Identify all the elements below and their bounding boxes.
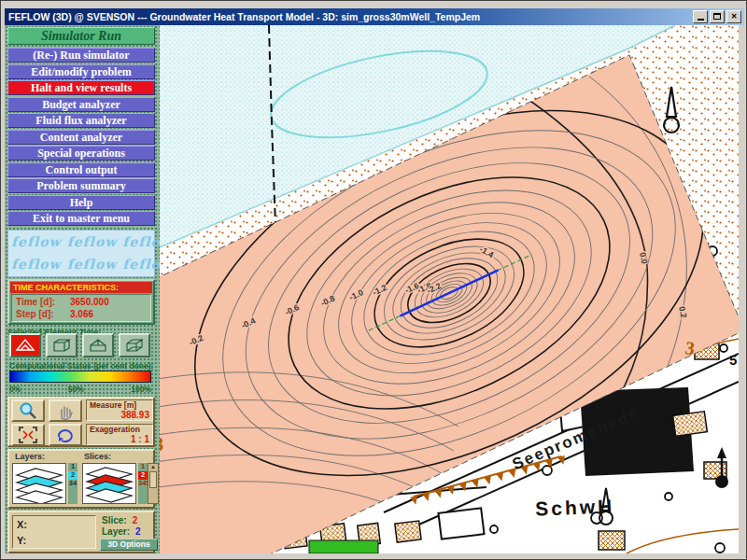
progress-colorbar <box>9 371 151 383</box>
frame-right <box>739 1 747 560</box>
hand-icon <box>56 401 75 420</box>
time-label: Time [d]: <box>16 296 70 308</box>
extents-icon <box>18 426 38 444</box>
watermark-word: feflow <box>67 234 118 249</box>
minimize-button[interactable] <box>693 10 708 23</box>
rotate-icon <box>55 426 76 444</box>
menu-item-fluid-flux[interactable]: Fluid flux analyzer <box>7 113 155 128</box>
prism6-icon <box>87 337 109 354</box>
watermark-word: feflow <box>11 257 62 272</box>
step-label: Step [d]: <box>16 308 70 320</box>
control-sidebar: Simulator Run (Re-) Run simulator Edit/m… <box>5 25 160 553</box>
feflow-window: FEFLOW (3D) @ SVENSON --- Groundwater He… <box>0 0 747 560</box>
time-characteristics-panel: TIME CHARACTERISTICS: Time [d]:3650.000 … <box>7 279 155 325</box>
window-title: FEFLOW (3D) @ SVENSON --- Groundwater He… <box>8 11 480 22</box>
slices-label: Slices: <box>84 452 111 461</box>
map-view[interactable]: 0.0 0.2 -0.2-0.4-0.6-0.8-1.0-1.2-1.4-1.6… <box>160 25 739 553</box>
time-value: 3650.000 <box>70 296 109 308</box>
frame-bottom <box>1 553 747 560</box>
layers-preview[interactable] <box>12 463 66 504</box>
frame-top <box>1 1 747 8</box>
map-canvas[interactable]: 0.0 0.2 -0.2-0.4-0.6-0.8-1.0-1.2-1.4-1.6… <box>160 25 739 553</box>
scale-50: 50% <box>68 385 84 394</box>
layers-label: Layers: <box>15 452 45 461</box>
element-type-prism6-button[interactable] <box>82 333 114 357</box>
measure-label: Measure [m] <box>90 400 149 410</box>
place-label: SchwH <box>535 496 615 520</box>
coordinate-panel: X: Y: Slice:2 Layer:2 3D Options <box>7 511 155 553</box>
step-value: 3.066 <box>70 308 93 320</box>
layers-slices-panel: Layers: 1234 Slices: 12345 <box>7 449 155 509</box>
y-label: Y: <box>17 533 92 549</box>
cube-icon <box>50 337 73 354</box>
menu-item-control-output[interactable]: Control output <box>7 162 155 177</box>
3d-options-button[interactable]: 3D Options <box>100 539 158 551</box>
title-bar[interactable]: FEFLOW (3D) @ SVENSON --- Groundwater He… <box>5 8 744 25</box>
zoom-tool-button[interactable] <box>11 399 45 422</box>
menu-item-content-analyzer[interactable]: Content analyzer <box>7 130 155 145</box>
watermark-word: feflow <box>67 257 118 272</box>
element-type-cube-button[interactable] <box>46 333 78 357</box>
prism-icon <box>14 337 36 354</box>
element-type-panel: Selected Element Type: Computational Sta… <box>7 322 155 397</box>
scale-0: 0% <box>9 385 21 394</box>
element-type-prism-button[interactable] <box>9 333 41 357</box>
magnifier-icon <box>18 401 38 420</box>
feflow-watermark: feflowfeflowfeflowfeflow feflowfeflowfef… <box>7 230 155 277</box>
menu-item-special-ops[interactable]: Special operations <box>7 146 155 161</box>
menu-item-budget-analyzer[interactable]: Budget analyzer <box>7 97 155 112</box>
xy-readout: X: Y: <box>12 515 96 549</box>
zoom-extents-button[interactable] <box>11 424 45 446</box>
menu-item-run-simulator[interactable]: (Re-) Run simulator <box>7 48 155 63</box>
slice-scrollbar[interactable]: ▲ <box>148 463 159 504</box>
hexahedron-icon <box>123 337 146 354</box>
slices-stack-icon <box>83 464 135 503</box>
menu-item-problem-summary[interactable]: Problem summary <box>7 178 155 193</box>
pan-tool-button[interactable] <box>49 399 82 422</box>
slices-preview[interactable] <box>82 463 136 504</box>
menu-item-exit-master[interactable]: Exit to master menu <box>7 211 155 226</box>
layers-stack-icon <box>13 464 65 503</box>
layer-label: Layer: <box>102 526 130 537</box>
watermark-word: feflow <box>11 234 62 249</box>
element-type-hex-button[interactable] <box>119 333 150 357</box>
layer-value: 2 <box>135 526 141 537</box>
computational-status-label: Computational Status (per cent done): <box>9 361 153 371</box>
menu-item-edit-problem[interactable]: Edit/modify problem <box>7 64 155 79</box>
slice-label: Slice: <box>102 515 127 525</box>
measure-box: Measure [m] 388.93 <box>86 399 153 421</box>
scale-100: 100% <box>131 385 151 394</box>
layer-number-list[interactable]: 1234 <box>68 463 78 504</box>
maximize-button[interactable] <box>710 10 725 23</box>
close-button[interactable]: ✕ <box>726 10 741 23</box>
elevation-label-left: 3 <box>160 434 163 455</box>
measure-value: 388.93 <box>90 410 149 420</box>
time-panel-title: TIME CHARACTERISTICS: <box>10 282 152 293</box>
exaggeration-box: Exaggeration 1 : 1 <box>86 424 153 445</box>
menu-header: Simulator Run <box>7 27 155 45</box>
menu-item-help[interactable]: Help <box>7 195 155 210</box>
tool-panel: Measure [m] 388.93 Exaggeration 1 : 1 <box>7 397 155 447</box>
exaggeration-value: 1 : 1 <box>90 434 149 444</box>
slice-value: 2 <box>133 515 138 525</box>
house-number-label: 5 <box>729 352 737 368</box>
rotate-tool-button[interactable] <box>49 424 82 446</box>
exaggeration-label: Exaggeration <box>90 425 149 434</box>
menu-item-halt-view-results[interactable]: Halt and view results <box>7 80 155 95</box>
slice-number-list[interactable]: 12345 <box>138 463 148 504</box>
green-area <box>309 540 378 553</box>
x-label: X: <box>17 517 92 533</box>
